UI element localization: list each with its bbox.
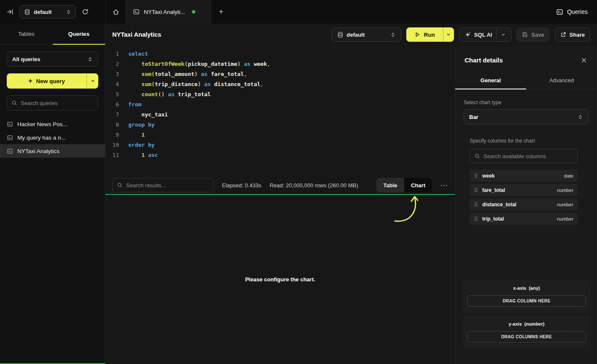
top-bar: default NYTaxi Analyti... [0,0,597,24]
new-query-caret[interactable] [86,73,98,89]
tab-advanced[interactable]: Advanced [526,72,597,89]
view-chart-tab[interactable]: Chart [404,178,432,192]
query-list: Hacker News Pos... My query has a n... N… [0,117,105,158]
share-button-label: Share [570,32,585,38]
y-axis-label: y-axis [509,321,522,326]
chevron-updown-icon [390,32,396,38]
drag-handle-icon[interactable] [474,187,478,193]
x-axis-type: (any) [529,286,540,291]
search-columns-input[interactable] [484,153,573,159]
line-number: 5 [105,89,119,100]
search-queries-input[interactable] [21,100,94,106]
new-query-main[interactable]: + New query [7,73,86,89]
x-axis-dropzone[interactable]: DRAG COLUMN HERE [467,295,586,307]
x-axis-header: x-axis(any) [467,286,586,291]
column-type: number [557,188,573,193]
unsaved-changes-dot [192,10,195,13]
drag-handle-icon[interactable] [474,202,478,207]
column-row-fare-total[interactable]: fare_total number [470,184,578,196]
chevron-updown-icon [87,57,93,62]
queries-button[interactable]: Queries [547,0,597,24]
database-selector[interactable]: default [19,5,76,19]
tab-queries[interactable]: Queries [53,24,105,44]
tab-tables[interactable]: Tables [0,24,53,44]
run-button[interactable]: Run [406,27,443,42]
search-icon [117,182,123,188]
y-axis-dropzone[interactable]: DRAG COLUMNS HERE [467,331,586,342]
play-icon [414,32,420,38]
run-button-group: Run [406,27,454,42]
code-line: 6from [105,100,455,110]
queries-button-label: Queries [567,8,588,15]
close-icon[interactable] [581,57,587,63]
run-database-selector[interactable]: default [332,27,401,42]
drag-handle-icon[interactable] [474,173,478,178]
query-list-item-selected[interactable]: NYTaxi Analytics [0,144,105,158]
column-list: week date fare_total number distance_tot… [470,170,578,225]
column-name: week [482,173,494,179]
more-options-icon[interactable]: ⋯ [440,181,448,190]
search-columns-box [470,149,578,163]
collapse-sidebar-icon[interactable] [7,8,14,15]
share-button[interactable]: Share [555,27,590,42]
refresh-icon[interactable] [82,8,89,15]
tab-nytaxi-analytics[interactable]: NYTaxi Analyti... [126,0,211,24]
query-list-item-label: Hacker News Pos... [17,121,68,127]
chart-type-label: Select chart type [464,100,589,105]
query-title: NYTaxi Analytics [112,31,161,38]
sql-editor[interactable]: 1select2 toStartOfWeek(pickup_datetime) … [105,46,455,176]
new-query-button[interactable]: + New query [7,73,98,89]
column-type: date [564,173,573,178]
y-axis-card: y-axis(number) DRAG COLUMNS HERE [463,316,590,348]
chart-placeholder-text: Please configure the chart. [245,276,315,283]
new-tab-button[interactable]: + [211,0,231,24]
column-name: distance_total [482,202,516,208]
line-number: 4 [105,79,119,89]
columns-label: Specify columns for the chart [470,138,578,144]
chart-type-value: Bar [469,114,478,120]
x-axis-label: x-axis [513,286,526,291]
column-type: number [557,216,573,221]
chevron-updown-icon [66,9,71,15]
query-list-item[interactable]: My query has a n... [0,131,105,144]
divider [496,28,497,41]
column-row-distance-total[interactable]: distance_total number [470,198,578,210]
code-line: 9 1 [105,130,455,140]
plus-icon: + [219,7,223,16]
external-link-icon [560,32,566,38]
sql-ai-button[interactable]: SQL AI [459,27,512,42]
home-icon [112,8,119,16]
view-toggle: Table Chart [376,178,432,192]
run-options-caret[interactable] [443,27,454,42]
save-icon [522,32,528,38]
results-toolbar: Elapsed: 0.433s Read: 20,000,000 rows (2… [105,176,455,194]
chevron-down-icon[interactable] [501,32,506,37]
tab-general[interactable]: General [455,72,526,89]
chart-details-tabs: General Advanced [455,72,597,89]
chart-type-select[interactable]: Bar [464,109,589,124]
sql-ai-label: SQL AI [474,32,492,38]
line-number: 2 [105,59,119,69]
code-line: 4 sum(trip_distance) as distance_total, [105,79,455,89]
column-name: fare_total [482,187,505,193]
drag-handle-icon[interactable] [474,216,478,221]
code-line: 8group by [105,120,455,130]
save-button[interactable]: Save [516,27,549,42]
code-line: 11 1 asc [105,150,455,160]
tab-home[interactable] [106,0,126,24]
query-header-controls: default Run SQ [332,27,590,42]
code-line: 7 nyc_taxi [105,110,455,120]
annotation-arrow [393,192,423,227]
save-button-label: Save [531,32,544,38]
query-list-item[interactable]: Hacker News Pos... [0,117,105,131]
code-line: 10order by [105,140,455,150]
line-number: 3 [105,69,119,79]
view-table-tab[interactable]: Table [376,178,404,192]
column-row-trip-total[interactable]: trip_total number [470,213,578,225]
search-results-input[interactable] [126,182,209,189]
search-results-box [112,178,213,192]
query-filter-select[interactable]: All queries [7,51,98,67]
line-number: 7 [105,110,119,120]
plus-icon: + [28,77,32,85]
column-row-week[interactable]: week date [470,170,578,182]
